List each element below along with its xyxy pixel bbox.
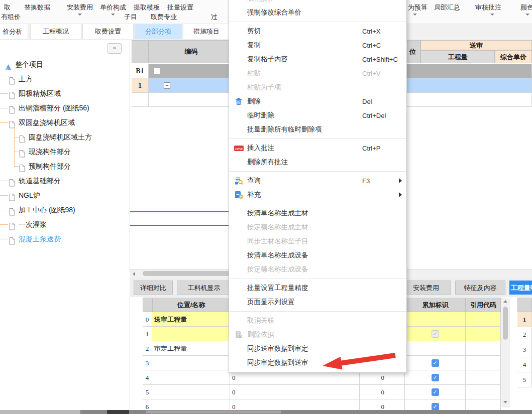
toolbar-item[interactable]: 单价构成 <box>100 3 126 12</box>
tree-item-7[interactable]: 预制构件部分 <box>0 159 130 174</box>
menu-item-10[interactable]: 批量删除所有临时删除项 <box>229 122 406 136</box>
menu-item-22[interactable]: 按定额名称生成设备 <box>229 262 406 277</box>
toolbar-item[interactable]: 有组价 <box>1 13 21 22</box>
menu-item-9[interactable]: 临时删除Ctrl+Del <box>229 108 406 122</box>
tree-item-9[interactable]: NGL炉 <box>0 188 130 203</box>
scroll-up-icon[interactable] <box>503 300 507 303</box>
row-number-cell[interactable]: 3 <box>517 342 532 357</box>
menu-item-13[interactable]: 删除所有批注 <box>229 155 406 169</box>
toolbar-item[interactable]: 审核批注 <box>475 3 501 12</box>
collapse-panel-button[interactable]: « <box>108 43 122 54</box>
tab-价分析[interactable]: 价分析 <box>0 24 28 39</box>
dropdown-caret-icon[interactable] <box>525 14 529 16</box>
checkbox-checked[interactable]: ✓ <box>432 374 439 381</box>
row-number-cell[interactable]: 4 <box>517 357 532 372</box>
row-number-cell[interactable]: 3 <box>143 356 152 370</box>
tree-item-11[interactable]: 一次灌浆 <box>0 217 130 232</box>
flag-cell[interactable]: ✓ <box>405 327 466 341</box>
tree-item-0[interactable]: 整个项目 <box>0 57 130 72</box>
menu-item-25[interactable]: 页面显示列设置 <box>229 295 406 309</box>
ref-cell[interactable] <box>466 370 501 385</box>
toolbar-item[interactable]: 子目 <box>124 13 137 22</box>
bottom-tab-安装费用[interactable]: 安装费用 <box>401 281 451 295</box>
tree-item-1[interactable]: 土方 <box>0 72 130 86</box>
flag-cell[interactable]: ✓ <box>405 356 466 370</box>
menu-item-20[interactable]: 同步主材名称至子目 <box>229 234 406 248</box>
name-cell[interactable] <box>152 370 230 385</box>
menu-item-4[interactable]: 复制Ctrl+C <box>229 38 406 52</box>
tree-item-3[interactable]: 出铜溜槽部分 (图纸56) <box>0 101 130 115</box>
bottom-tab-特征及内容[interactable]: 特征及内容 <box>455 281 505 295</box>
name-cell[interactable]: 审定工程量 <box>152 341 230 356</box>
flag-cell[interactable] <box>405 341 466 356</box>
dropdown-caret-icon[interactable] <box>413 14 417 16</box>
toolbar-item[interactable]: 替换数据 <box>24 3 50 12</box>
tree-item-5[interactable]: 圆盘浇铸机区域土方 <box>0 130 130 145</box>
toolbar-item[interactable]: 提取模板 <box>134 3 160 12</box>
tab-工程概况[interactable]: 工程概况 <box>30 24 81 39</box>
row-number-cell[interactable]: 5 <box>517 372 532 387</box>
row-number-cell[interactable]: 1 <box>517 312 532 327</box>
menu-item-5[interactable]: 复制格子内容Ctrl+Shift+C <box>229 52 406 66</box>
ref-cell[interactable] <box>466 341 501 356</box>
row-number-cell[interactable] <box>132 93 149 107</box>
result-cell[interactable]: 0 <box>360 385 405 399</box>
toolbar-item[interactable]: 过 <box>211 13 218 22</box>
bottom-tab-详细对比[interactable]: 详细对比 <box>134 281 173 295</box>
toolbar-item[interactable]: 批量设置 <box>167 3 193 12</box>
row-number-cell[interactable]: 2 <box>517 327 532 342</box>
tree-item-2[interactable]: 阳极精炼区域 <box>0 86 130 101</box>
checkbox-checked[interactable]: ✓ <box>432 359 439 367</box>
menu-item-8[interactable]: 删除Del <box>229 94 406 108</box>
expression-cell[interactable]: 0 <box>230 385 360 399</box>
row-number-cell[interactable]: 2 <box>143 341 152 356</box>
name-cell[interactable] <box>152 385 230 399</box>
menu-item-27[interactable]: 取消关联 <box>229 314 406 328</box>
row-number-cell[interactable]: 5 <box>143 385 152 399</box>
flag-cell[interactable]: ✓ <box>405 385 466 399</box>
dropdown-caret-icon[interactable] <box>111 14 115 16</box>
ref-cell[interactable] <box>466 385 501 399</box>
tree-item-6[interactable]: 现浇构件部分 <box>0 145 130 159</box>
tab-取费设置[interactable]: 取费设置 <box>82 24 134 39</box>
menu-item-16[interactable]: 补充 <box>229 188 406 202</box>
flag-cell[interactable] <box>405 312 466 327</box>
toolbar-item[interactable]: 安装费用 <box>67 3 93 12</box>
tab-措施项目[interactable]: 措施项目 <box>183 24 230 39</box>
toolbar-item[interactable]: 为预算 <box>408 3 428 12</box>
tree-item-8[interactable]: 轨道基础部分 <box>0 174 130 188</box>
menu-item-7[interactable]: 粘贴为子项 <box>229 80 406 94</box>
row-number-cell[interactable]: 1 <box>143 327 152 341</box>
menu-item-6[interactable]: 粘贴Ctrl+V <box>229 66 406 80</box>
menu-item-12[interactable]: new插入批注Ctrl+P <box>229 141 406 155</box>
flag-cell[interactable]: ✓ <box>405 370 466 385</box>
row-number-cell[interactable]: 4 <box>143 370 152 385</box>
tab-分部分项[interactable]: 分部分项 <box>135 24 182 39</box>
menu-item-15[interactable]: 查询F3 <box>229 174 406 188</box>
row-number-cell[interactable]: 1 <box>132 78 149 93</box>
tree-item-4[interactable]: 双圆盘浇铸机区域 <box>0 115 130 130</box>
menu-item-0[interactable]: 取消换算 <box>229 0 406 6</box>
name-cell[interactable]: 送审工程量 <box>152 312 230 327</box>
menu-item-24[interactable]: 批量设置工程量精度 <box>229 281 406 295</box>
scroll-down-icon[interactable] <box>503 401 507 403</box>
tree-item-12[interactable]: 混凝土泵送费 <box>0 232 130 246</box>
dropdown-caret-icon[interactable] <box>78 14 82 16</box>
toolbar-item[interactable]: 局部汇总 <box>434 3 460 12</box>
ref-cell[interactable] <box>466 312 501 327</box>
menu-item-1[interactable]: 强制修改综合单价 <box>229 6 406 20</box>
toolbar-item[interactable]: 颜色 <box>520 3 532 12</box>
menu-item-21[interactable]: 按清单名称生成设备 <box>229 248 406 262</box>
toolbar-item[interactable]: 取费专业 <box>151 13 177 22</box>
scroll-left-icon[interactable] <box>133 272 135 276</box>
expand-minus-box[interactable]: − <box>154 68 160 74</box>
expand-minus-box[interactable]: − <box>164 82 170 89</box>
menu-item-19[interactable]: 按定额名称生成主材 <box>229 220 406 234</box>
checkbox-checked[interactable]: ✓ <box>432 403 439 410</box>
ref-cell[interactable] <box>466 327 501 341</box>
menu-item-28[interactable]: 删除依据 <box>229 328 406 342</box>
name-cell[interactable] <box>152 356 230 370</box>
checkbox-checked-disabled[interactable]: ✓ <box>432 330 439 338</box>
menu-item-18[interactable]: 按清单名称生成主材 <box>229 206 406 220</box>
tree-item-10[interactable]: 加工中心 (图纸98) <box>0 203 130 217</box>
